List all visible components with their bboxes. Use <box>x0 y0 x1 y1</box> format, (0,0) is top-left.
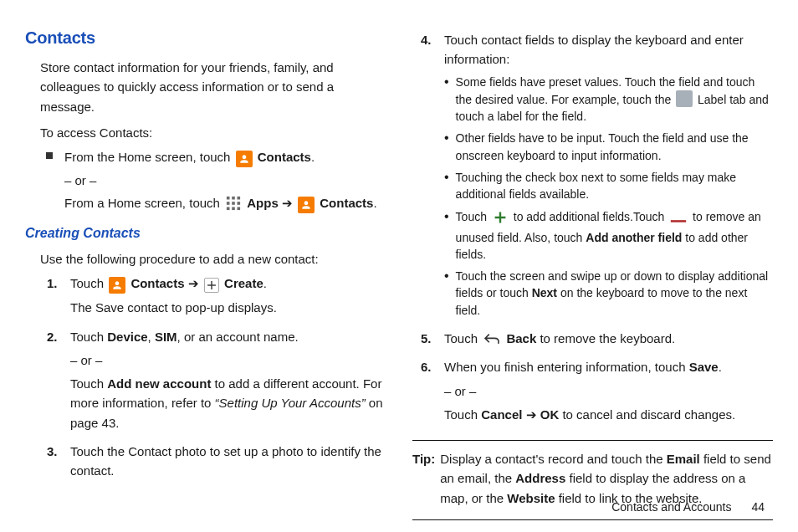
square-bullet-icon <box>46 152 53 159</box>
svg-rect-8 <box>238 207 241 211</box>
svg-rect-9 <box>671 220 686 223</box>
contacts-icon <box>236 151 253 167</box>
label-box-icon <box>676 90 693 107</box>
svg-rect-4 <box>232 202 235 205</box>
svg-rect-0 <box>227 197 230 200</box>
step-5: 5. Touch Back to remove the keyboard. <box>421 329 773 352</box>
step-3: 3. Touch the Contact photo to set up a p… <box>47 442 386 485</box>
access-label: To access Contacts: <box>40 123 386 142</box>
contacts-label-2: Contacts <box>320 196 373 210</box>
svg-rect-2 <box>238 197 241 200</box>
contacts-icon-2 <box>298 197 315 213</box>
right-column: 4. Touch contact fields to display the k… <box>412 25 773 494</box>
svg-rect-3 <box>227 202 230 205</box>
svg-rect-5 <box>238 202 241 205</box>
svg-rect-1 <box>232 197 235 200</box>
minus-line-icon <box>669 212 688 229</box>
plus-line-icon <box>492 209 509 226</box>
step-4: 4. Touch contact fields to display the k… <box>421 30 773 324</box>
step-2: 2. Touch Device, SIM, or an account name… <box>47 327 386 437</box>
footer-page-number: 44 <box>751 500 765 514</box>
contacts-label: Contacts <box>258 150 311 164</box>
step-num-6: 6. <box>421 357 444 376</box>
bullet-from-home: From the Home screen, touch Contacts. – … <box>46 147 386 213</box>
bullet-4a: • Some fields have preset values. Touch … <box>444 74 773 125</box>
ordered-list-right: 4. Touch contact fields to display the k… <box>421 30 773 428</box>
bullet-4c: • Touching the check box next to some fi… <box>444 169 773 203</box>
sub-intro: Use the following procedure to add a new… <box>40 249 386 269</box>
tip-block: Tip: Display a contact's record and touc… <box>412 449 773 508</box>
bullet-4d: • Touch to add additional fields.Touch <box>444 208 773 263</box>
footer-section-name: Contacts and Accounts <box>611 500 731 514</box>
ordered-list-left: 1. Touch Contacts ➔ Create. <box>47 274 386 484</box>
bullet-4e: • Touch the screen and swipe up or down … <box>444 268 773 319</box>
tip-rule-bottom <box>412 519 773 520</box>
from-home2-pre: From a Home screen, touch <box>64 196 223 210</box>
svg-rect-6 <box>227 207 230 211</box>
page-footer: Contacts and Accounts 44 <box>611 500 765 514</box>
section-title: Contacts <box>25 25 386 51</box>
step-num-5: 5. <box>421 329 444 348</box>
step-1: 1. Touch Contacts ➔ Create. <box>47 274 386 321</box>
svg-rect-7 <box>232 207 235 211</box>
subsection-title: Creating Contacts <box>25 223 386 244</box>
arrow-1: ➔ <box>282 196 296 210</box>
create-plus-icon <box>204 278 219 293</box>
step-num-2: 2. <box>47 327 70 346</box>
bullet-4b: • Other fields have to be input. Touch t… <box>444 130 773 164</box>
from-home-pre: From the Home screen, touch <box>64 150 234 164</box>
or-text-1: – or – <box>64 171 377 190</box>
step-num-1: 1. <box>47 274 70 293</box>
back-icon <box>483 331 501 348</box>
step-6: 6. When you finish entering information,… <box>421 357 773 428</box>
apps-icon <box>225 195 242 212</box>
left-column: Contacts Store contact information for y… <box>25 25 386 494</box>
step-num-4: 4. <box>421 30 444 49</box>
tip-label: Tip: <box>412 449 435 508</box>
intro-text: Store contact information for your frien… <box>40 58 386 116</box>
apps-label: Apps <box>247 196 279 210</box>
contacts-icon-3 <box>109 277 125 294</box>
step-num-3: 3. <box>47 442 70 461</box>
tip-rule-top <box>412 440 773 441</box>
period: . <box>311 150 315 164</box>
